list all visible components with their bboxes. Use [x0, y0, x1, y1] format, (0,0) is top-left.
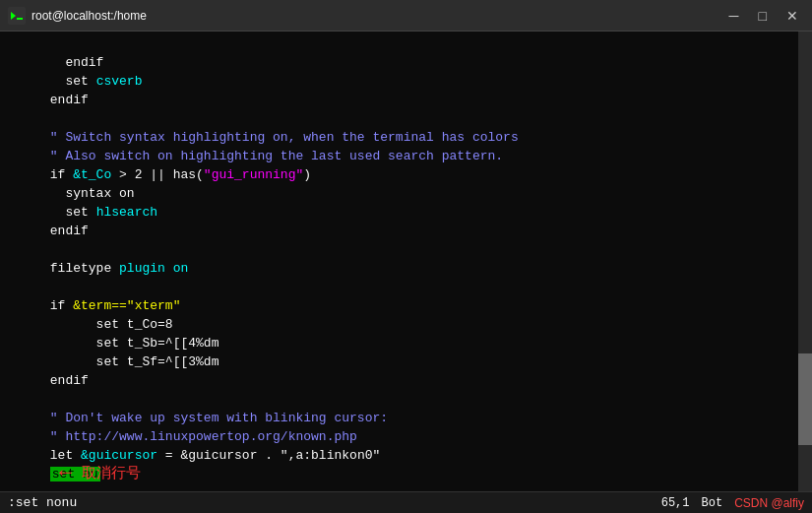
annotation-arrow: ←	[59, 461, 72, 485]
line-5: " Switch syntax highlighting on, when th…	[4, 110, 808, 129]
line-1: endif	[4, 35, 808, 54]
annotation-area: ← 取消行号	[59, 461, 141, 485]
status-position: 65,1	[661, 496, 690, 510]
scrollbar-thumb[interactable]	[798, 353, 812, 445]
line-2: set csverb	[4, 54, 808, 73]
status-bar: :set nonu 65,1 Bot CSDN @alfiy	[0, 491, 812, 513]
terminal-content: endif set csverb endif " Switch syntax h…	[0, 32, 812, 491]
line-12: filetype plugin on	[4, 241, 808, 260]
maximize-button[interactable]: □	[753, 9, 773, 23]
status-left: :set nonu	[8, 495, 77, 510]
terminal: endif set csverb endif " Switch syntax h…	[0, 32, 812, 513]
status-right: 65,1 Bot CSDN @alfiy	[661, 496, 804, 510]
line-4	[4, 92, 808, 110]
title-text: root@localhost:/home	[31, 9, 147, 23]
minimize-button[interactable]: ─	[723, 9, 745, 23]
line-20: " Don't wake up system with blinking cur…	[4, 391, 808, 410]
terminal-icon	[8, 7, 26, 25]
line-11	[4, 223, 808, 241]
close-button[interactable]: ✕	[781, 9, 804, 23]
line-19	[4, 372, 808, 391]
status-command: :set nonu	[8, 495, 77, 510]
title-controls: ─ □ ✕	[723, 9, 804, 23]
csdn-watermark: CSDN @alfiy	[734, 496, 804, 510]
title-left: root@localhost:/home	[8, 7, 147, 25]
svg-rect-0	[8, 7, 26, 25]
svg-rect-2	[17, 18, 23, 20]
annotation-text: 取消行号	[82, 464, 141, 482]
line-14: if &term=="xterm"	[4, 279, 808, 297]
scrollbar[interactable]	[798, 32, 812, 491]
title-bar: root@localhost:/home ─ □ ✕	[0, 0, 812, 32]
status-mode: Bot	[702, 496, 723, 510]
